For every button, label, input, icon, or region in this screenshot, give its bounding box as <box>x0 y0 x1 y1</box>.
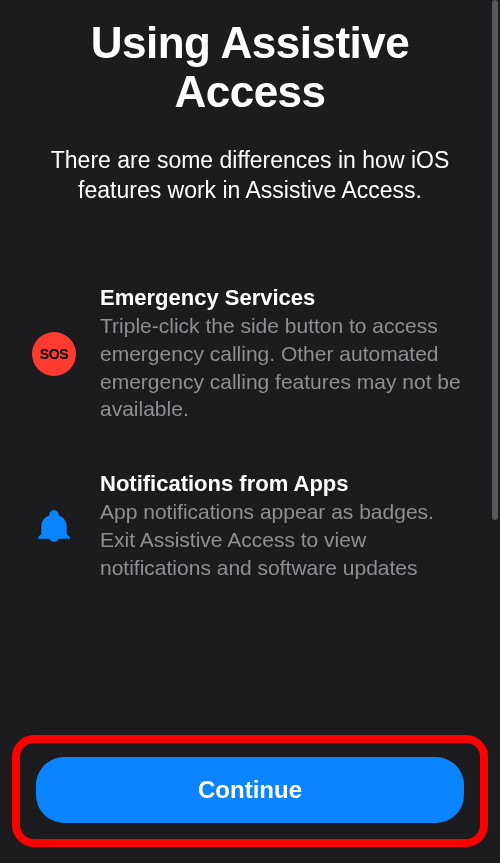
sos-icon: SOS <box>32 332 76 376</box>
info-items-list: SOS Emergency Services Triple-click the … <box>30 285 470 581</box>
scrollbar[interactable] <box>492 0 498 520</box>
info-item-emergency: SOS Emergency Services Triple-click the … <box>30 285 470 423</box>
icon-container: SOS <box>30 332 78 376</box>
page-title: Using Assistive Access <box>30 18 470 117</box>
item-title: Notifications from Apps <box>100 471 470 497</box>
item-description: Triple-click the side button to access e… <box>100 312 470 423</box>
button-highlight-wrapper: Continue <box>12 735 488 847</box>
item-content: Emergency Services Triple-click the side… <box>100 285 470 423</box>
bell-icon <box>34 506 74 546</box>
item-content: Notifications from Apps App notification… <box>100 471 470 581</box>
icon-container <box>30 506 78 546</box>
info-item-notifications: Notifications from Apps App notification… <box>30 471 470 581</box>
item-title: Emergency Services <box>100 285 470 311</box>
continue-button[interactable]: Continue <box>36 757 464 823</box>
item-description: App notifications appear as badges. Exit… <box>100 498 470 581</box>
page-subtitle: There are some differences in how iOS fe… <box>30 145 470 206</box>
